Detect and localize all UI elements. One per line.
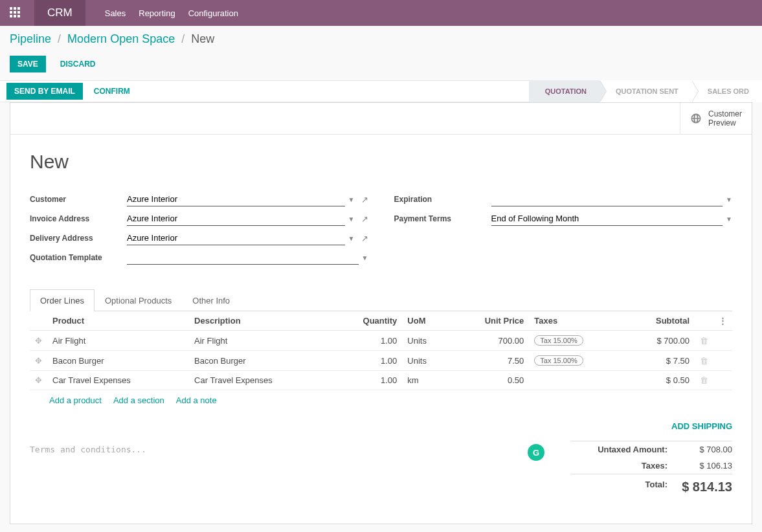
tab-order-lines[interactable]: Order Lines: [30, 289, 95, 311]
breadcrumb-sep: /: [58, 32, 61, 45]
delivery-address-field[interactable]: [127, 231, 345, 245]
tab-other-info[interactable]: Other Info: [182, 289, 240, 311]
cell-description[interactable]: Bacon Burger: [189, 351, 331, 371]
dropdown-icon[interactable]: ▼: [348, 216, 355, 223]
topbar: CRM Sales Reporting Configuration: [0, 0, 762, 26]
add-shipping-button[interactable]: ADD SHIPPING: [671, 421, 732, 431]
drag-handle-icon[interactable]: ✥: [30, 351, 47, 371]
cell-taxes[interactable]: Tax 15.00%: [529, 351, 624, 371]
payment-terms-field[interactable]: [491, 212, 723, 226]
apps-icon[interactable]: [10, 7, 21, 19]
customer-preview-label: Customer Preview: [708, 109, 742, 127]
payment-terms-label: Payment Terms: [394, 214, 491, 223]
cell-description[interactable]: Air Flight: [189, 331, 331, 351]
dropdown-icon[interactable]: ▼: [348, 196, 355, 203]
add-note-link[interactable]: Add a note: [176, 395, 217, 405]
drag-handle-icon[interactable]: ✥: [30, 371, 47, 390]
trash-icon[interactable]: 🗑: [695, 351, 713, 371]
cell-uom[interactable]: Units: [402, 331, 449, 351]
cell-product[interactable]: Car Travel Expenses: [47, 371, 189, 390]
cell-product[interactable]: Bacon Burger: [47, 351, 189, 371]
add-product-link[interactable]: Add a product: [49, 395, 102, 405]
breadcrumb-opportunity[interactable]: Modern Open Space: [67, 32, 175, 45]
statusbar: SEND BY EMAIL CONFIRM QUOTATION QUOTATIO…: [0, 80, 762, 102]
cell-product[interactable]: Air Flight: [47, 331, 189, 351]
app-title[interactable]: CRM: [34, 0, 85, 26]
customer-preview-button[interactable]: Customer Preview: [680, 103, 752, 134]
nav-configuration[interactable]: Configuration: [188, 8, 238, 18]
send-by-email-button[interactable]: SEND BY EMAIL: [6, 83, 83, 100]
form-sheet: Customer Preview New Customer ▼ ↗: [10, 102, 752, 524]
terms-and-conditions-input[interactable]: [30, 441, 502, 468]
customer-label: Customer: [30, 195, 127, 204]
trash-icon[interactable]: 🗑: [695, 371, 713, 390]
columns-menu-icon[interactable]: ⋮: [713, 311, 732, 331]
quotation-template-field[interactable]: [127, 250, 359, 265]
col-unit-price: Unit Price: [449, 311, 529, 331]
cell-taxes[interactable]: Tax 15.00%: [529, 331, 624, 351]
cell-description[interactable]: Car Travel Expenses: [189, 371, 331, 390]
tab-optional-products[interactable]: Optional Products: [95, 289, 182, 311]
cell-uom[interactable]: Units: [402, 351, 449, 371]
untaxed-value: $ 708.00: [667, 445, 732, 454]
untaxed-label: Untaxed Amount:: [570, 445, 667, 454]
external-link-icon[interactable]: ↗: [361, 214, 368, 224]
table-row[interactable]: ✥Air FlightAir Flight1.00Units700.00Tax …: [30, 331, 732, 351]
table-row[interactable]: ✥Car Travel ExpensesCar Travel Expenses1…: [30, 371, 732, 390]
nav-sales[interactable]: Sales: [105, 8, 126, 18]
order-lines-table: Product Description Quantity UoM Unit Pr…: [30, 311, 732, 390]
confirm-button[interactable]: CONFIRM: [86, 83, 138, 100]
cell-subtotal: $ 7.50: [624, 351, 695, 371]
cell-unit-price[interactable]: 700.00: [449, 331, 529, 351]
cell-quantity[interactable]: 1.00: [331, 371, 402, 390]
cell-quantity[interactable]: 1.00: [331, 351, 402, 371]
expiration-field[interactable]: [491, 192, 723, 206]
status-quotation[interactable]: QUOTATION: [529, 80, 600, 102]
dropdown-icon[interactable]: ▼: [726, 196, 732, 203]
col-taxes: Taxes: [529, 311, 624, 331]
totals: Untaxed Amount: $ 708.00 Taxes: $ 106.13…: [570, 441, 732, 498]
breadcrumb-pipeline[interactable]: Pipeline: [10, 32, 51, 45]
dropdown-icon[interactable]: ▼: [362, 254, 368, 261]
col-quantity: Quantity: [331, 311, 402, 331]
nav-reporting[interactable]: Reporting: [139, 8, 175, 18]
col-subtotal: Subtotal: [624, 311, 695, 331]
external-link-icon[interactable]: ↗: [361, 195, 368, 205]
trash-icon[interactable]: 🗑: [695, 331, 713, 351]
cell-quantity[interactable]: 1.00: [331, 331, 402, 351]
total-value: $ 814.13: [667, 480, 732, 494]
save-button[interactable]: SAVE: [10, 56, 46, 72]
cell-subtotal: $ 700.00: [624, 331, 695, 351]
discard-button[interactable]: DISCARD: [52, 56, 104, 72]
quotation-template-label: Quotation Template: [30, 253, 127, 262]
cell-taxes[interactable]: [529, 371, 624, 390]
breadcrumb-sep: /: [181, 32, 185, 45]
status-steps: QUOTATION QUOTATION SENT SALES ORD: [529, 80, 762, 102]
invoice-address-field[interactable]: [127, 212, 345, 226]
globe-icon: [690, 113, 702, 124]
cell-unit-price[interactable]: 0.50: [449, 371, 529, 390]
tax-badge: Tax 15.00%: [534, 355, 583, 366]
col-product: Product: [47, 311, 189, 331]
total-label: Total:: [570, 480, 667, 494]
drag-handle-icon[interactable]: ✥: [30, 331, 47, 351]
dropdown-icon[interactable]: ▼: [726, 216, 732, 223]
customer-field[interactable]: [127, 192, 345, 206]
page-title: New: [30, 151, 732, 173]
grammarly-icon[interactable]: G: [528, 444, 544, 461]
dropdown-icon[interactable]: ▼: [348, 235, 355, 242]
cell-unit-price[interactable]: 7.50: [449, 351, 529, 371]
add-section-link[interactable]: Add a section: [113, 395, 164, 405]
top-nav: Sales Reporting Configuration: [105, 8, 238, 18]
invoice-address-label: Invoice Address: [30, 214, 127, 223]
breadcrumb-current: New: [191, 32, 214, 45]
col-description: Description: [189, 311, 331, 331]
expiration-label: Expiration: [394, 195, 491, 204]
table-row[interactable]: ✥Bacon BurgerBacon Burger1.00Units7.50Ta…: [30, 351, 732, 371]
external-link-icon[interactable]: ↗: [361, 234, 368, 243]
status-sales-order[interactable]: SALES ORD: [691, 80, 762, 102]
status-quotation-sent[interactable]: QUOTATION SENT: [600, 80, 691, 102]
action-bar: SAVE DISCARD: [0, 52, 762, 80]
tabs: Order Lines Optional Products Other Info: [30, 289, 732, 311]
cell-uom[interactable]: km: [402, 371, 449, 390]
